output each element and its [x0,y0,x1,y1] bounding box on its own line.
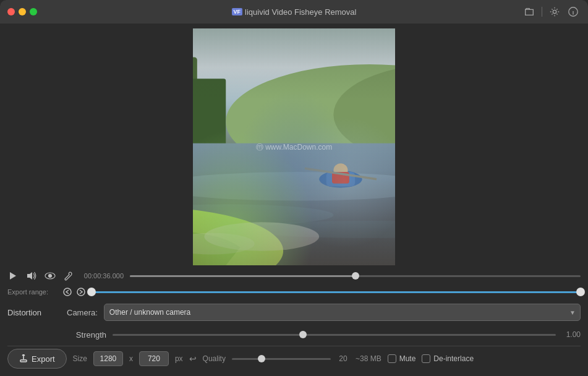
close-button[interactable] [7,8,15,15]
export-range-label: Export range: [7,288,57,296]
mute-container: Mute [388,354,416,363]
settings-row: Distortion Camera: Other / unknown camer… [7,301,581,323]
range-thumb-right[interactable] [576,288,585,296]
strength-value: 1.00 [562,330,581,339]
camera-select-wrapper[interactable]: Other / unknown camera GoPro Hero 4 Blac… [104,304,581,321]
left-panel [7,28,100,265]
strength-thumb[interactable] [299,331,307,338]
range-fill [92,291,581,293]
deinterlace-container: De-interlace [422,354,474,363]
title-divider [542,7,542,17]
width-input[interactable] [93,351,123,366]
info-icon[interactable] [567,6,579,18]
main-content: ⓜ www.MacDown.com [0,24,588,376]
bottom-bar: Export Size x px ↩ Quality 20 ~38 MB Mut… [7,346,581,371]
mute-label: Mute [399,354,416,363]
strength-track [113,334,556,336]
svg-marker-23 [27,272,32,280]
size-label: Size [73,354,87,363]
quality-thumb[interactable] [258,355,265,362]
transport-icons [7,270,74,281]
distortion-label: Distortion [7,308,57,317]
strength-slider[interactable] [113,330,556,340]
quality-slider[interactable] [232,354,331,364]
window-title: VF liquivid Video Fisheye Removal [232,7,357,17]
folder-icon[interactable] [523,6,535,18]
scrubber[interactable] [130,271,581,281]
scrubber-thumb[interactable] [352,272,359,280]
video-frame: ⓜ www.MacDown.com [193,28,395,265]
strength-label: Strength [63,330,106,340]
range-right-icon[interactable] [75,286,87,297]
app-icon-badge: VF [232,8,243,15]
svg-point-0 [553,10,556,13]
settings-icon[interactable] [548,6,561,18]
reset-icon[interactable]: ↩ [189,354,197,364]
height-input[interactable] [139,351,169,366]
export-button-label: Export [32,354,55,364]
px-label: px [175,354,183,363]
traffic-lights [7,8,37,15]
maximize-button[interactable] [30,8,37,15]
video-area-row: ⓜ www.MacDown.com [7,28,581,265]
quality-value: 20 [337,354,349,363]
size-x-separator: x [129,354,133,363]
window-title-text: liquivid Video Fisheye Removal [245,7,356,17]
svg-marker-22 [10,272,16,280]
title-actions [523,6,579,18]
export-range: Export range: [7,286,581,297]
quality-track [232,358,331,360]
range-slider[interactable] [92,287,581,297]
range-thumb-left[interactable] [87,288,96,296]
watermark: ⓜ www.MacDown.com [256,142,332,152]
video-container: ⓜ www.MacDown.com [193,28,395,265]
play-button[interactable] [7,270,19,281]
range-left-icon[interactable] [62,286,73,297]
svg-point-27 [77,288,85,296]
wrench-icon[interactable] [63,270,74,281]
svg-point-25 [49,275,52,278]
deinterlace-checkbox[interactable] [422,354,430,363]
strength-row: Strength 1.00 [7,327,581,342]
scrubber-track [130,275,581,277]
deinterlace-label: De-interlace [433,354,474,363]
mute-checkbox[interactable] [388,354,396,363]
right-panel [488,28,581,265]
time-display: 00:00:36.000 [80,272,124,280]
transport-controls: 00:00:36.000 [7,269,581,283]
svg-point-26 [64,288,71,296]
eye-icon[interactable] [45,270,56,281]
title-bar: VF liquivid Video Fisheye Removal [0,0,588,24]
camera-label: Camera: [67,308,98,317]
file-size: ~38 MB [356,354,381,363]
export-icon [19,354,28,363]
svg-rect-28 [20,360,27,362]
volume-icon[interactable] [26,270,37,281]
quality-label: Quality [203,354,226,363]
export-button[interactable]: Export [7,349,67,369]
minimize-button[interactable] [19,8,26,15]
camera-row: Camera: Other / unknown camera GoPro Her… [67,304,581,321]
scrubber-fill [130,275,356,277]
range-track [92,291,581,293]
camera-select[interactable]: Other / unknown camera GoPro Hero 4 Blac… [104,304,581,321]
